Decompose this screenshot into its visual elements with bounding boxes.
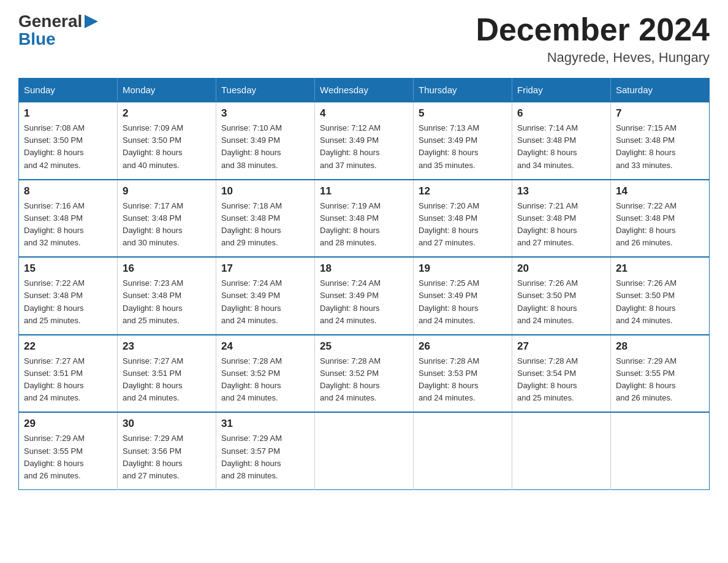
day-info: Sunrise: 7:29 AMSunset: 3:55 PMDaylight:…	[616, 356, 677, 402]
calendar-cell: 24 Sunrise: 7:28 AMSunset: 3:52 PMDaylig…	[216, 335, 315, 413]
calendar-cell: 20 Sunrise: 7:26 AMSunset: 3:50 PMDaylig…	[512, 257, 611, 335]
logo-blue-text: Blue	[18, 31, 56, 48]
calendar-cell: 15 Sunrise: 7:22 AMSunset: 3:48 PMDaylig…	[19, 257, 118, 335]
col-monday: Monday	[118, 79, 216, 102]
calendar-cell: 21 Sunrise: 7:26 AMSunset: 3:50 PMDaylig…	[611, 257, 710, 335]
calendar-cell: 19 Sunrise: 7:25 AMSunset: 3:49 PMDaylig…	[414, 257, 512, 335]
calendar-table: Sunday Monday Tuesday Wednesday Thursday…	[18, 78, 710, 490]
day-number: 30	[123, 418, 211, 430]
day-info: Sunrise: 7:28 AMSunset: 3:53 PMDaylight:…	[419, 356, 479, 402]
day-number: 15	[24, 262, 112, 275]
day-info: Sunrise: 7:28 AMSunset: 3:54 PMDaylight:…	[517, 356, 578, 402]
day-info: Sunrise: 7:25 AMSunset: 3:49 PMDaylight:…	[419, 278, 479, 324]
month-title: December 2024	[476, 12, 710, 47]
day-number: 5	[419, 107, 507, 120]
day-number: 25	[320, 340, 408, 353]
day-info: Sunrise: 7:22 AMSunset: 3:48 PMDaylight:…	[616, 201, 677, 247]
calendar-cell: 29 Sunrise: 7:29 AMSunset: 3:55 PMDaylig…	[19, 412, 118, 489]
day-number: 8	[24, 185, 112, 197]
day-number: 26	[419, 340, 507, 353]
col-saturday: Saturday	[611, 79, 710, 102]
svg-marker-0	[85, 15, 98, 28]
day-info: Sunrise: 7:10 AMSunset: 3:49 PMDaylight:…	[221, 123, 282, 169]
day-info: Sunrise: 7:22 AMSunset: 3:48 PMDaylight:…	[24, 278, 85, 324]
day-number: 29	[24, 418, 112, 430]
day-info: Sunrise: 7:28 AMSunset: 3:52 PMDaylight:…	[320, 356, 381, 402]
calendar-cell: 25 Sunrise: 7:28 AMSunset: 3:52 PMDaylig…	[315, 335, 414, 413]
calendar-cell: 3 Sunrise: 7:10 AMSunset: 3:49 PMDayligh…	[216, 102, 315, 180]
day-number: 27	[517, 340, 605, 353]
calendar-week-row-5: 29 Sunrise: 7:29 AMSunset: 3:55 PMDaylig…	[19, 412, 710, 489]
day-info: Sunrise: 7:12 AMSunset: 3:49 PMDaylight:…	[320, 123, 381, 169]
col-tuesday: Tuesday	[216, 79, 315, 102]
calendar-cell	[512, 412, 611, 489]
day-number: 9	[123, 185, 211, 197]
page-header: General Blue December 2024 Nagyrede, Hev…	[18, 12, 710, 66]
calendar-header-row: Sunday Monday Tuesday Wednesday Thursday…	[19, 79, 710, 102]
day-info: Sunrise: 7:27 AMSunset: 3:51 PMDaylight:…	[24, 356, 85, 402]
day-number: 1	[24, 107, 112, 120]
logo: General Blue	[18, 12, 98, 48]
day-info: Sunrise: 7:27 AMSunset: 3:51 PMDaylight:…	[123, 356, 183, 402]
logo-general-text: General	[18, 13, 82, 30]
day-number: 14	[616, 185, 704, 197]
day-number: 4	[320, 107, 408, 120]
calendar-cell: 27 Sunrise: 7:28 AMSunset: 3:54 PMDaylig…	[512, 335, 611, 413]
calendar-cell	[414, 412, 512, 489]
calendar-cell: 26 Sunrise: 7:28 AMSunset: 3:53 PMDaylig…	[414, 335, 512, 413]
calendar-week-row-3: 15 Sunrise: 7:22 AMSunset: 3:48 PMDaylig…	[19, 257, 710, 335]
calendar-cell: 7 Sunrise: 7:15 AMSunset: 3:48 PMDayligh…	[611, 102, 710, 180]
calendar-cell: 1 Sunrise: 7:08 AMSunset: 3:50 PMDayligh…	[19, 102, 118, 180]
day-number: 2	[123, 107, 211, 120]
day-info: Sunrise: 7:21 AMSunset: 3:48 PMDaylight:…	[517, 201, 578, 247]
col-friday: Friday	[512, 79, 611, 102]
day-number: 13	[517, 185, 605, 197]
calendar-cell	[611, 412, 710, 489]
day-number: 11	[320, 185, 408, 197]
calendar-cell: 10 Sunrise: 7:18 AMSunset: 3:48 PMDaylig…	[216, 180, 315, 258]
calendar-cell: 2 Sunrise: 7:09 AMSunset: 3:50 PMDayligh…	[118, 102, 216, 180]
calendar-cell: 8 Sunrise: 7:16 AMSunset: 3:48 PMDayligh…	[19, 180, 118, 258]
calendar-cell: 14 Sunrise: 7:22 AMSunset: 3:48 PMDaylig…	[611, 180, 710, 258]
day-info: Sunrise: 7:09 AMSunset: 3:50 PMDaylight:…	[123, 123, 183, 169]
day-info: Sunrise: 7:24 AMSunset: 3:49 PMDaylight:…	[320, 278, 381, 324]
day-info: Sunrise: 7:19 AMSunset: 3:48 PMDaylight:…	[320, 201, 381, 247]
calendar-cell	[315, 412, 414, 489]
day-info: Sunrise: 7:29 AMSunset: 3:55 PMDaylight:…	[24, 434, 85, 480]
day-info: Sunrise: 7:13 AMSunset: 3:49 PMDaylight:…	[419, 123, 479, 169]
title-block: December 2024 Nagyrede, Heves, Hungary	[476, 12, 710, 66]
day-number: 28	[616, 340, 704, 353]
day-info: Sunrise: 7:14 AMSunset: 3:48 PMDaylight:…	[517, 123, 578, 169]
day-number: 19	[419, 262, 507, 275]
day-number: 23	[123, 340, 211, 353]
day-info: Sunrise: 7:16 AMSunset: 3:48 PMDaylight:…	[24, 201, 85, 247]
day-info: Sunrise: 7:23 AMSunset: 3:48 PMDaylight:…	[123, 278, 183, 324]
location-title: Nagyrede, Heves, Hungary	[476, 50, 710, 66]
day-number: 16	[123, 262, 211, 275]
calendar-cell: 5 Sunrise: 7:13 AMSunset: 3:49 PMDayligh…	[414, 102, 512, 180]
calendar-cell: 18 Sunrise: 7:24 AMSunset: 3:49 PMDaylig…	[315, 257, 414, 335]
logo-triangle-icon	[85, 15, 98, 28]
day-number: 18	[320, 262, 408, 275]
day-info: Sunrise: 7:08 AMSunset: 3:50 PMDaylight:…	[24, 123, 85, 169]
day-info: Sunrise: 7:17 AMSunset: 3:48 PMDaylight:…	[123, 201, 183, 247]
col-thursday: Thursday	[414, 79, 512, 102]
col-sunday: Sunday	[19, 79, 118, 102]
day-info: Sunrise: 7:26 AMSunset: 3:50 PMDaylight:…	[517, 278, 578, 324]
day-number: 17	[221, 262, 309, 275]
day-info: Sunrise: 7:28 AMSunset: 3:52 PMDaylight:…	[221, 356, 282, 402]
day-info: Sunrise: 7:18 AMSunset: 3:48 PMDaylight:…	[221, 201, 282, 247]
calendar-cell: 13 Sunrise: 7:21 AMSunset: 3:48 PMDaylig…	[512, 180, 611, 258]
calendar-cell: 16 Sunrise: 7:23 AMSunset: 3:48 PMDaylig…	[118, 257, 216, 335]
day-number: 3	[221, 107, 309, 120]
calendar-cell: 23 Sunrise: 7:27 AMSunset: 3:51 PMDaylig…	[118, 335, 216, 413]
calendar-cell: 9 Sunrise: 7:17 AMSunset: 3:48 PMDayligh…	[118, 180, 216, 258]
calendar-cell: 4 Sunrise: 7:12 AMSunset: 3:49 PMDayligh…	[315, 102, 414, 180]
day-info: Sunrise: 7:26 AMSunset: 3:50 PMDaylight:…	[616, 278, 677, 324]
col-wednesday: Wednesday	[315, 79, 414, 102]
calendar-week-row-2: 8 Sunrise: 7:16 AMSunset: 3:48 PMDayligh…	[19, 180, 710, 258]
calendar-cell: 12 Sunrise: 7:20 AMSunset: 3:48 PMDaylig…	[414, 180, 512, 258]
calendar-cell: 31 Sunrise: 7:29 AMSunset: 3:57 PMDaylig…	[216, 412, 315, 489]
day-number: 20	[517, 262, 605, 275]
calendar-cell: 22 Sunrise: 7:27 AMSunset: 3:51 PMDaylig…	[19, 335, 118, 413]
